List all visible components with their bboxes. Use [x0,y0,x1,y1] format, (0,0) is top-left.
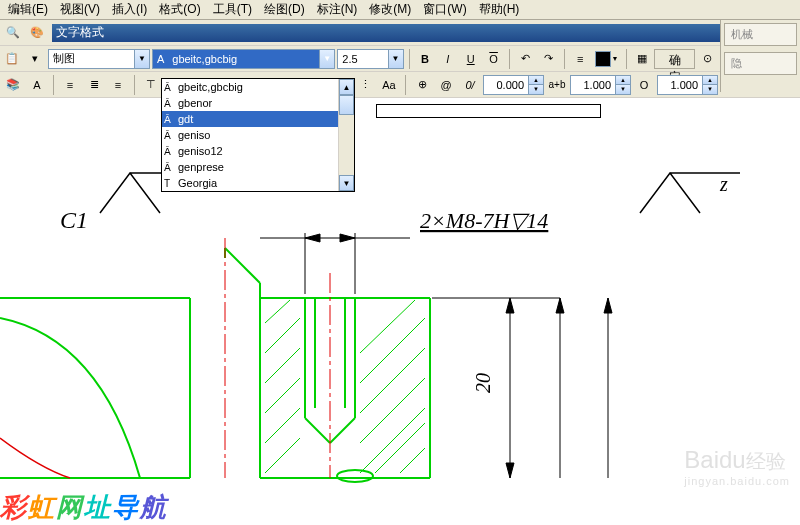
fontsize-combo[interactable]: 2.5▼ [337,49,403,69]
cad-drawing: C1 z z 2×M8-7H▽14 20 [0,118,800,498]
svg-marker-43 [604,298,612,313]
list-bullet-icon[interactable]: ⋮ [354,74,376,96]
svg-line-26 [360,300,415,353]
toolbar-row-1: 🔍 🎨 文字格式 [0,20,800,46]
font-option[interactable]: Ǎgeniso12 [162,143,354,159]
font-option[interactable]: Ǎgbeitc,gbcbig [162,79,354,95]
menu-edit[interactable]: 编辑(E) [2,0,54,20]
toolbar-row-3: 📚 A ≡ ≣ ≡ ⊤ ⊢ ≡ ⋮ Aa ⊕ @ 0/ 0.000 ▲▼ a+b… [0,72,800,98]
text-edit-ruler[interactable] [376,104,601,118]
svg-marker-34 [305,234,320,242]
text-style-icon[interactable]: A [26,74,48,96]
undo-icon[interactable]: ↶ [515,48,536,70]
svg-line-3 [225,248,260,283]
spin-up-icon[interactable]: ▲ [702,76,717,85]
layer-icon[interactable]: 📋 [2,48,23,70]
drop-icon[interactable]: ▾ [25,48,46,70]
oblique-angle-field[interactable]: 0.000 ▲▼ [483,75,544,95]
scroll-down-icon[interactable]: ▼ [339,175,354,191]
svg-line-12 [330,418,355,443]
menu-view[interactable]: 视图(V) [54,0,106,20]
font-option[interactable]: Ǎgenprese [162,159,354,175]
svg-marker-38 [506,298,514,313]
svg-point-15 [337,470,373,482]
layers-icon[interactable]: 📚 [2,74,24,96]
svg-line-11 [305,418,330,443]
layer-combo[interactable]: 制图▼ [48,49,150,69]
right-tab-mechanical[interactable]: 机械 [724,23,797,46]
label-z-right: z [719,173,728,195]
scroll-thumb[interactable] [339,95,354,115]
chevron-down-icon[interactable]: ▼ [319,50,334,68]
menu-bar: 编辑(E) 视图(V) 插入(I) 格式(O) 工具(T) 绘图(D) 标注(N… [0,0,800,20]
dropdown-scrollbar[interactable]: ▲ ▼ [338,79,354,191]
chevron-down-icon[interactable]: ▼ [134,50,149,68]
align-left-icon[interactable]: ≡ [59,74,81,96]
menu-format[interactable]: 格式(O) [153,0,206,20]
palette-icon[interactable]: 🎨 [26,22,48,44]
width-icon: O [633,74,655,96]
menu-draw[interactable]: 绘图(D) [258,0,311,20]
tracking-icon: a+b [546,74,568,96]
redo-icon[interactable]: ↷ [538,48,559,70]
spin-down-icon[interactable]: ▼ [528,85,543,94]
ok-button[interactable]: 确定 [654,49,695,69]
align-right-icon[interactable]: ≡ [107,74,129,96]
overline-button[interactable]: O [483,48,504,70]
text-format-titlebar: 文字格式 [52,24,798,42]
menu-window[interactable]: 窗口(W) [417,0,472,20]
svg-line-22 [360,408,425,473]
right-tab-hidden[interactable]: 隐 [724,52,797,75]
dim-20: 20 [472,373,494,393]
spin-up-icon[interactable]: ▲ [615,76,630,85]
font-option[interactable]: Ǎgbenor [162,95,354,111]
font-combo[interactable]: Agbeitc,gbcbig▼ [152,49,335,69]
color-swatch[interactable]: ▼ [593,49,621,69]
svg-line-28 [400,448,425,473]
drawing-canvas[interactable]: C1 z z 2×M8-7H▽14 20 Baidu经验 jingyan.bai… [0,118,800,525]
menu-dimension[interactable]: 标注(N) [311,0,364,20]
italic-button[interactable]: I [437,48,458,70]
tracking-field[interactable]: 1.000 ▲▼ [570,75,631,95]
font-option[interactable]: Ǎgeniso [162,127,354,143]
menu-modify[interactable]: 修改(M) [363,0,417,20]
svg-line-24 [360,348,425,413]
spin-up-icon[interactable]: ▲ [528,76,543,85]
spin-down-icon[interactable]: ▼ [702,85,717,94]
svg-marker-41 [556,298,564,313]
justify-top-icon[interactable]: ⊤ [140,74,162,96]
width-factor-field[interactable]: 1.000 ▲▼ [657,75,718,95]
menu-tools[interactable]: 工具(T) [207,0,258,20]
bold-button[interactable]: B [414,48,435,70]
svg-marker-35 [340,234,355,242]
watermark: Baidu经验 jingyan.baidu.com [684,446,790,487]
font-option-selected[interactable]: Ǎgdt [162,111,354,127]
options-icon[interactable]: ⊙ [697,48,718,70]
field-icon[interactable]: ⊕ [411,74,433,96]
spin-down-icon[interactable]: ▼ [615,85,630,94]
align-center-icon[interactable]: ≣ [83,74,105,96]
svg-line-25 [360,318,425,383]
menu-insert[interactable]: 插入(I) [106,0,153,20]
svg-line-18 [265,378,300,413]
at-icon[interactable]: @ [435,74,457,96]
uppercase-icon[interactable]: Aa [378,74,400,96]
font-option[interactable]: TGeorgia [162,175,354,191]
svg-line-16 [265,438,300,473]
svg-line-27 [375,423,425,473]
menu-help[interactable]: 帮助(H) [473,0,526,20]
stack-icon[interactable]: ≡ [570,48,591,70]
svg-line-20 [265,318,300,353]
chevron-down-icon[interactable]: ▼ [388,50,403,68]
toolbar-row-2: 📋 ▾ 制图▼ Agbeitc,gbcbig▼ 2.5▼ B I U O ↶ ↷… [0,46,800,72]
ruler-icon[interactable]: ▦ [631,48,652,70]
font-dropdown-list[interactable]: Ǎgbeitc,gbcbig Ǎgbenor Ǎgdt Ǎgeniso Ǎgen… [161,78,355,192]
svg-marker-39 [506,463,514,478]
diameter-icon[interactable]: 0/ [459,74,481,96]
underline-button[interactable]: U [460,48,481,70]
svg-line-19 [265,348,300,383]
thread-note: 2×M8-7H▽14 [420,208,548,233]
find-icon[interactable]: 🔍 [2,22,24,44]
scroll-up-icon[interactable]: ▲ [339,79,354,95]
svg-line-21 [265,300,290,323]
